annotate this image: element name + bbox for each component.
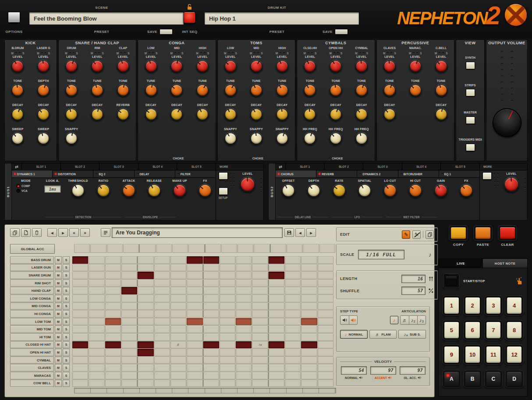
save-pattern-button[interactable] xyxy=(284,228,294,237)
decay-knob[interactable] xyxy=(91,108,104,121)
solo-button[interactable]: S xyxy=(63,287,70,294)
step-9[interactable] xyxy=(203,341,219,349)
pattern-pad-4[interactable]: 4 xyxy=(505,295,524,316)
step-5[interactable] xyxy=(138,372,153,379)
delete-pattern-icon[interactable] xyxy=(32,228,42,237)
step-7[interactable] xyxy=(170,372,186,379)
offset-knob[interactable] xyxy=(281,184,295,198)
step-10[interactable] xyxy=(220,264,235,272)
pattern-pad-1[interactable]: 1 xyxy=(442,295,461,316)
step-4[interactable] xyxy=(121,256,137,264)
step-10[interactable] xyxy=(220,372,235,379)
step-11[interactable] xyxy=(236,380,252,387)
step-1[interactable] xyxy=(72,280,88,287)
step-4[interactable] xyxy=(121,333,137,341)
slot-distortion[interactable]: DISTORTION xyxy=(52,170,93,177)
step-6[interactable] xyxy=(154,372,170,379)
step-3[interactable] xyxy=(105,295,121,302)
clear-button[interactable] xyxy=(498,225,517,241)
articulation-sub3-button[interactable]: ♪₃ xyxy=(417,316,426,324)
step-12[interactable] xyxy=(254,244,270,253)
level-knob[interactable] xyxy=(250,60,263,73)
level-knob[interactable] xyxy=(196,60,209,73)
slot-tab-1[interactable]: SLOT 1 xyxy=(21,163,60,170)
step-14[interactable] xyxy=(285,333,301,341)
step-accent-button[interactable] xyxy=(349,316,357,324)
slot-filter[interactable]: FILTER xyxy=(175,170,216,177)
step-13[interactable] xyxy=(269,318,284,326)
step-7[interactable] xyxy=(170,380,186,387)
step-1[interactable] xyxy=(72,357,88,364)
step-5[interactable] xyxy=(138,310,153,318)
step-3[interactable] xyxy=(105,264,121,272)
step-16[interactable] xyxy=(318,341,333,349)
mute-button[interactable]: M xyxy=(55,341,62,349)
draw-mode-button[interactable]: ✎ xyxy=(402,230,410,239)
slot-eq-2[interactable]: EQ 2 xyxy=(93,170,134,177)
bank-d[interactable]: D xyxy=(505,370,524,388)
level-knob[interactable] xyxy=(355,60,368,73)
more-button[interactable] xyxy=(482,172,492,180)
tone-knob[interactable] xyxy=(409,84,422,97)
step-16[interactable] xyxy=(318,310,333,318)
step-8[interactable] xyxy=(187,318,202,326)
step-14[interactable] xyxy=(285,303,301,310)
nav-last-button[interactable]: » xyxy=(80,228,90,237)
mute-button[interactable]: M xyxy=(55,357,62,364)
step-1[interactable] xyxy=(72,380,88,387)
step-15[interactable] xyxy=(301,318,317,326)
pattern-name-field[interactable]: Are You Dragging xyxy=(112,227,283,238)
mute-button[interactable]: M xyxy=(55,280,62,287)
attack-knob[interactable] xyxy=(122,184,136,198)
step-3[interactable] xyxy=(105,380,121,387)
step-14[interactable] xyxy=(285,280,301,287)
step-9[interactable] xyxy=(203,264,219,272)
solo-button[interactable]: S xyxy=(63,357,70,364)
decay-knob[interactable] xyxy=(196,108,209,121)
rate-knob[interactable] xyxy=(332,184,346,198)
normal-mode-button[interactable]: ♪NORMAL xyxy=(340,330,368,339)
step-16[interactable] xyxy=(318,326,333,333)
level-knob[interactable] xyxy=(91,60,104,73)
step-15[interactable] xyxy=(301,287,317,294)
step-6[interactable] xyxy=(154,272,170,279)
step-14[interactable] xyxy=(285,287,301,294)
step-16[interactable] xyxy=(318,256,333,264)
step-15[interactable] xyxy=(301,372,317,379)
step-5[interactable] xyxy=(138,364,153,372)
solo-button[interactable]: S xyxy=(63,310,70,318)
step-6[interactable] xyxy=(154,349,170,356)
step-9[interactable] xyxy=(203,318,219,326)
step-12[interactable] xyxy=(252,287,268,294)
step-11[interactable] xyxy=(236,303,252,310)
step-5[interactable] xyxy=(138,272,153,279)
fx-knob[interactable] xyxy=(459,184,473,198)
step-7[interactable] xyxy=(170,357,186,364)
step-14[interactable] xyxy=(285,256,301,264)
tone-knob[interactable] xyxy=(383,84,396,97)
step-7[interactable]: ♬ xyxy=(170,341,186,349)
step-3[interactable] xyxy=(105,341,121,349)
step-4[interactable] xyxy=(121,341,137,349)
pattern-pad-11[interactable]: 11 xyxy=(484,344,503,365)
step-16[interactable] xyxy=(318,333,333,341)
step-9[interactable] xyxy=(205,244,221,253)
mute-button[interactable]: M xyxy=(55,380,62,387)
step-12[interactable] xyxy=(252,303,268,310)
step-2[interactable] xyxy=(89,349,104,356)
hh-freq-knob[interactable] xyxy=(355,132,368,145)
step-12[interactable] xyxy=(252,380,268,387)
step-4[interactable] xyxy=(121,326,137,333)
step-12[interactable] xyxy=(252,280,268,287)
step-3[interactable] xyxy=(105,349,121,356)
step-8[interactable] xyxy=(187,333,202,341)
step-13[interactable] xyxy=(269,372,284,379)
copy-pattern-icon[interactable] xyxy=(10,228,20,237)
step-10[interactable] xyxy=(220,256,235,264)
snappy-knob[interactable] xyxy=(224,132,237,145)
articulation-sub2-button[interactable]: ♪₂ xyxy=(409,316,417,324)
level-knob[interactable] xyxy=(276,60,289,73)
depth-knob[interactable] xyxy=(37,84,50,97)
step-13[interactable] xyxy=(269,256,284,264)
pattern-pad-9[interactable]: 9 xyxy=(442,344,461,365)
